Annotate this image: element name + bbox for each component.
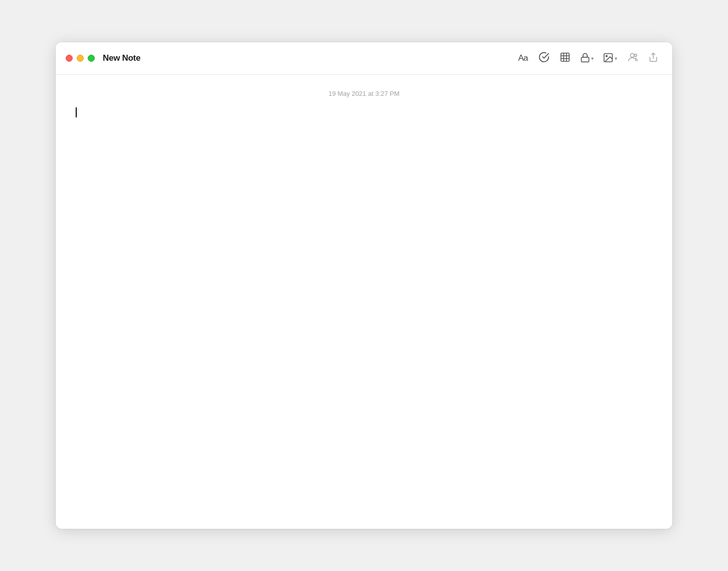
collaborator-icon [627,52,638,65]
checklist-icon [538,52,550,65]
svg-point-7 [606,55,607,57]
svg-point-8 [630,53,634,57]
format-button[interactable]: Aa [514,49,532,67]
checklist-button[interactable] [535,49,553,67]
close-button[interactable] [66,55,73,62]
titlebar: New Note Aa [56,42,672,75]
table-button[interactable] [556,49,574,67]
format-icon: Aa [518,53,528,63]
text-cursor [76,107,77,117]
image-chevron-icon: ▾ [615,56,617,61]
note-content-area[interactable]: 19 May 2021 at 3:27 PM [56,75,672,529]
svg-rect-5 [582,57,589,62]
notes-window: New Note Aa [56,42,672,529]
lock-chevron-icon: ▾ [591,56,594,61]
collaborator-button[interactable] [623,49,641,67]
lock-button[interactable]: ▾ [577,49,597,67]
minimize-button[interactable] [77,55,84,62]
toolbar: Aa [514,49,662,67]
window-title: New Note [103,53,140,63]
traffic-lights [66,55,95,62]
share-button[interactable] [644,49,662,67]
svg-rect-0 [561,53,570,61]
image-icon [603,52,614,65]
image-button[interactable]: ▾ [600,49,620,67]
lock-icon [580,53,590,64]
titlebar-left: New Note [66,53,140,63]
svg-point-9 [634,54,637,57]
note-date: 19 May 2021 at 3:27 PM [76,90,652,97]
table-icon [560,52,571,65]
note-editor[interactable] [76,107,652,509]
maximize-button[interactable] [88,55,95,62]
share-icon [648,52,658,65]
